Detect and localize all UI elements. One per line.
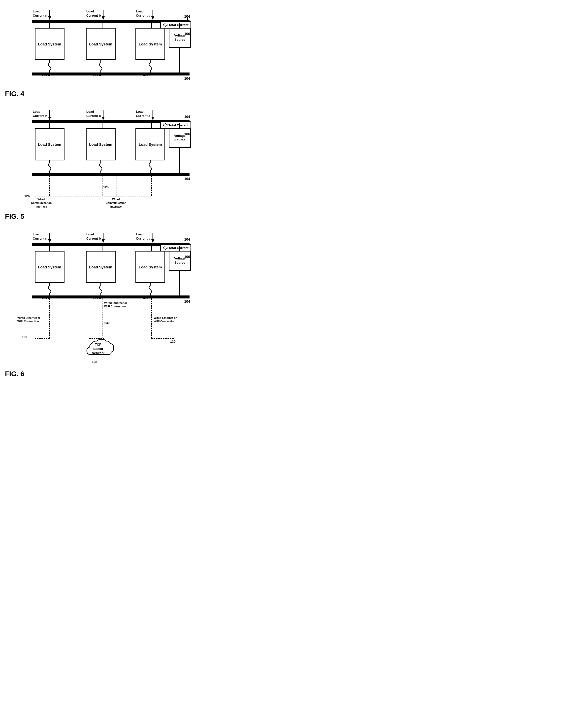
total-current-6: Total Current (160, 244, 191, 252)
load-n-6: Load System (35, 251, 64, 283)
current-n-6: LoadCurrent n (33, 232, 47, 241)
vline-b-top-5 (102, 123, 103, 128)
diagram-4: 104 104 106 LoadCurrent n LoadCurrent b (5, 5, 192, 87)
total-current-arrow-5 (163, 123, 167, 127)
vs-bot-line-6 (179, 271, 180, 298)
arrow-b-6 (100, 233, 106, 243)
load-n-5: Load System (35, 128, 64, 160)
ref-130-b-6: 130 (104, 321, 110, 325)
diagram-6: 104 104 106 LoadCurrent n LoadCurrent b … (5, 228, 192, 367)
squiggle-n-5 (42, 160, 57, 174)
fig4-label: FIG. 4 (5, 90, 192, 98)
ref-128-6: 128 (92, 360, 97, 364)
dashed-b-5 (102, 176, 103, 196)
ref-130-a-6: 130 (170, 340, 175, 343)
network-label-6: TCPBasedNetwork (92, 343, 105, 355)
ref-124n-6: 124 n (42, 296, 50, 300)
diagram-5: 104 104 106 LoadCurrent n LoadCurrent b … (5, 105, 192, 210)
dashed-b-6 (102, 298, 103, 338)
squiggle-n-6 (42, 283, 57, 297)
squiggle-a-4 (143, 60, 158, 74)
arrow-n-4 (47, 10, 53, 20)
page: 104 104 106 LoadCurrent n LoadCurrent b (5, 5, 192, 378)
ref-124b-6: 124 b (93, 296, 101, 300)
fig5-label: FIG. 5 (5, 212, 192, 220)
figure-4: 104 104 106 LoadCurrent n LoadCurrent b (5, 5, 192, 98)
total-current-arrow-6 (163, 246, 167, 250)
svg-marker-6 (151, 17, 154, 20)
vline-n-top-4 (49, 23, 50, 28)
ref-104-top-5: 104 (184, 115, 190, 119)
svg-marker-19 (102, 239, 105, 243)
arrow-a-4 (150, 10, 156, 20)
ref-104-top-6: 104 (184, 237, 190, 241)
svg-marker-22 (163, 246, 167, 250)
wifi-label-n-6: Wired Ethernet orWIFI Connection (17, 316, 40, 323)
squiggle-n-4 (42, 60, 57, 74)
ref-104-bot-5: 104 (184, 177, 190, 181)
ref-126a-5: 126 (24, 194, 30, 198)
vs-top-line-4 (179, 23, 180, 28)
vline-b-top-6 (102, 246, 103, 251)
ref-124b-4: 124 b (93, 73, 101, 77)
arrow-b-5 (100, 110, 106, 120)
vline-n-top-5 (49, 123, 50, 128)
dashed-n-6 (49, 298, 50, 338)
ref-104-line-4 (180, 15, 190, 21)
load-b-4: Load System (86, 28, 116, 60)
svg-marker-17 (48, 239, 51, 243)
load-a-4: Load System (135, 28, 165, 60)
total-current-4: Total Current (160, 21, 191, 29)
figure-5: 104 104 106 LoadCurrent n LoadCurrent b … (5, 105, 192, 220)
fig6-label: FIG. 6 (5, 370, 192, 378)
comm-label-n-5: WiredCommunicationInterface (31, 198, 52, 208)
load-n-4: Load System (35, 28, 64, 60)
wifi-label-a-6: Wired Ethernet orWIFI Connection (154, 316, 176, 323)
arrow-b-4 (100, 10, 106, 20)
squiggle-b-6 (93, 283, 108, 297)
squiggle-a-6 (143, 283, 158, 297)
vline-a-top-5 (151, 123, 152, 128)
dashed-a-5 (151, 176, 152, 196)
squiggle-b-4 (93, 60, 108, 74)
ref-104-bot-6: 104 (184, 300, 190, 304)
current-a-4: LoadCurrent a (136, 9, 150, 18)
current-n-4: LoadCurrent n (33, 9, 47, 18)
vline-a-top-4 (151, 23, 152, 28)
dashed-h-a-6 (151, 338, 174, 339)
dashed-h-n-6 (35, 338, 50, 339)
svg-marker-7 (163, 23, 167, 27)
current-n-5: LoadCurrent n (33, 110, 47, 118)
ref-124n-5: 124 n (42, 173, 50, 177)
ref-130-n-6: 130 (22, 335, 27, 339)
current-b-6: LoadCurrent b (86, 232, 101, 241)
ref-124n-4: 124 n (42, 73, 50, 77)
ref-126b-5: 126 (103, 185, 109, 189)
ref-126-line-a-5 (30, 195, 35, 197)
wifi-label-b-6: Wired Ethernet orWIFI Connection (104, 301, 127, 308)
arrow-a-5 (150, 110, 156, 120)
vs-top-line-5 (179, 123, 180, 128)
svg-marker-14 (163, 123, 167, 127)
total-current-5: Total Current (160, 122, 191, 129)
dashed-n-5 (49, 176, 50, 196)
vs-top-line-6 (179, 246, 180, 251)
svg-marker-13 (151, 117, 154, 120)
arrow-n-6 (47, 233, 53, 243)
ref-124a-5: 124 a (142, 173, 150, 177)
current-a-6: LoadCurrent a (136, 232, 150, 241)
current-b-5: LoadCurrent b (86, 110, 101, 118)
arrow-n-5 (47, 110, 53, 120)
vline-a-top-6 (151, 246, 152, 251)
ref-104-bot-4: 104 (184, 76, 190, 80)
vs-bot-line-5 (179, 148, 180, 176)
load-b-6: Load System (86, 251, 116, 283)
figure-6: 104 104 106 LoadCurrent n LoadCurrent b … (5, 228, 192, 378)
ref-124a-4: 124 a (142, 73, 150, 77)
current-a-5: LoadCurrent a (136, 110, 150, 118)
svg-marker-11 (102, 117, 105, 120)
total-current-arrow-4 (163, 23, 167, 27)
load-a-6: Load System (135, 251, 165, 283)
vline-n-top-6 (49, 246, 50, 251)
cloud-container-6: TCPBasedNetwork (84, 337, 117, 361)
